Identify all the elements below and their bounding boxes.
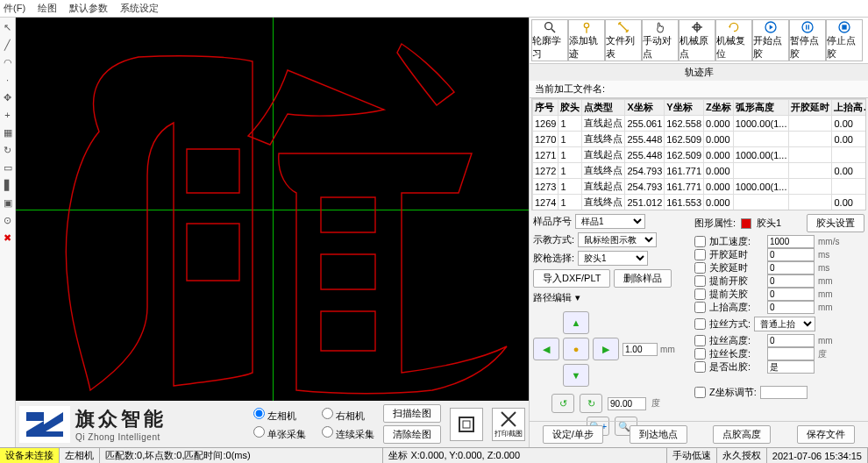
table-row[interactable]: 12731直线起点254.793161.7710.0001000.00(1...	[533, 179, 867, 195]
rot-input[interactable]	[608, 397, 646, 410]
left-tools: ↖ ╱ ◠ · ✥ + ▦ ↻ ▭ ▋ ▣ ⊙ ✖	[0, 18, 16, 447]
svg-line-3	[551, 29, 555, 32]
status-auth: 永久授权	[717, 448, 767, 463]
svg-rect-16	[842, 25, 846, 29]
rot-cw-button[interactable]: ↻	[580, 394, 602, 413]
current-file-label: 当前加工文件名:	[530, 81, 868, 98]
delete-sample-button[interactable]: 删除样品	[614, 269, 672, 288]
menu-system[interactable]: 系统设定	[120, 2, 159, 15]
logo-mark	[19, 406, 70, 443]
color-swatch	[741, 218, 751, 229]
canvas[interactable]	[16, 18, 529, 401]
status-coord: 坐标 X:0.000, Y:0.000, Z:0.000	[383, 448, 666, 463]
step-input[interactable]	[623, 343, 658, 356]
canvas-wrap: 旗众智能 Qi Zhong Intelligent 左相机 单张采集 右相机 连…	[16, 18, 529, 447]
tool-arc-icon[interactable]: ◠	[2, 56, 14, 68]
rot-ccw-button[interactable]: ↺	[551, 394, 574, 413]
arrow-pad: ▲ ◀●▶ ▼	[533, 311, 619, 387]
svg-rect-1	[463, 421, 470, 428]
canvas-bottom: 旗众智能 Qi Zhong Intelligent 左相机 单张采集 右相机 连…	[16, 401, 529, 447]
svg-rect-13	[806, 25, 807, 29]
start-button[interactable]: 开始点胶	[752, 19, 789, 61]
scan-draw-button[interactable]: 扫描绘图	[383, 404, 441, 423]
file-list-button[interactable]: 文件列表	[605, 19, 642, 61]
tool-line-icon[interactable]: ╱	[2, 39, 14, 51]
cut-button[interactable]: 打印截图	[492, 408, 525, 441]
machine-reset-button[interactable]: 机械复位	[715, 19, 752, 61]
tool-x-icon[interactable]: ✖	[2, 232, 14, 244]
logo-cn: 旗众智能	[75, 406, 167, 432]
tool-dot-icon[interactable]: ·	[2, 74, 14, 86]
outline-learn-button[interactable]: 轮廓学习	[531, 19, 568, 61]
right-pane: 轮廓学习添加轨迹文件列表手动对点机械原点机械复位开始点胶暂停点胶停止点胶 轨迹库…	[529, 18, 868, 447]
tool-sq-icon[interactable]: ▭	[2, 161, 14, 174]
machine-origin-button[interactable]: 机械原点	[679, 19, 715, 61]
add-path-button[interactable]: 添加轨迹	[568, 19, 605, 61]
toolbar: 轮廓学习添加轨迹文件列表手动对点机械原点机械复位开始点胶暂停点胶停止点胶	[530, 18, 868, 64]
pull-mode-select[interactable]: 普通上抬	[754, 317, 815, 331]
status-time: 2021-07-06 15:34:15	[767, 448, 868, 463]
status-bar: 设备未连接 左相机 匹配数:0,坏点数:0,匹配时间:0(ms) 坐标 X:0.…	[0, 447, 868, 463]
table-row[interactable]: 12701直线终点255.448162.5090.0000.00	[533, 132, 867, 147]
grid-align-button[interactable]	[450, 408, 483, 441]
tool-arrow-icon[interactable]: ↖	[2, 21, 14, 33]
svg-point-4	[584, 23, 588, 27]
menu-file[interactable]: 件(F)	[4, 2, 25, 15]
tool-arc2-icon[interactable]: ⊙	[2, 214, 14, 226]
menu-default[interactable]: 默认参数	[69, 2, 108, 15]
drawing	[16, 18, 529, 401]
table-row[interactable]: 12741直线终点251.012161.5530.0000.00	[533, 195, 867, 210]
status-cam: 左相机	[60, 448, 100, 463]
up-button[interactable]: ▲	[563, 311, 589, 334]
teach-select[interactable]: 鼠标绘图示教	[578, 232, 657, 247]
head-settings-button[interactable]: 胶头设置	[807, 214, 864, 232]
glue-select[interactable]: 胶头1	[578, 251, 648, 266]
logo: 旗众智能 Qi Zhong Intelligent	[19, 406, 238, 443]
main: ↖ ╱ ◠ · ✥ + ▦ ↻ ▭ ▋ ▣ ⊙ ✖	[0, 18, 868, 447]
table-row[interactable]: 12711直线起点255.448162.5090.0001000.00(1...	[533, 147, 867, 163]
left-button[interactable]: ◀	[533, 338, 559, 360]
status-conn: 设备未连接	[0, 448, 60, 463]
table-row[interactable]: 12721直线终点254.793161.7710.0000.00	[533, 163, 867, 179]
logo-en: Qi Zhong Intelligent	[75, 432, 167, 442]
table-row[interactable]: 12691直线起点255.061162.5580.0001000.00(1...…	[533, 116, 867, 132]
tool-grid-icon[interactable]: ▦	[2, 126, 14, 139]
svg-marker-11	[770, 25, 773, 29]
svg-point-12	[802, 22, 813, 32]
form-left: 样品序号样品1 示教方式:鼠标绘图示教 胶枪选择:胶头1 导入DXF/PLT删除…	[533, 214, 691, 417]
radio-left-cam[interactable]: 左相机	[253, 408, 306, 423]
center-button[interactable]: ●	[563, 338, 589, 360]
pause-button[interactable]: 暂停点胶	[789, 19, 826, 61]
save-file-button[interactable]: 保存文件	[797, 425, 855, 444]
clear-draw-button[interactable]: 清除绘图	[383, 425, 441, 444]
tool-bar-icon[interactable]: ▋	[2, 179, 14, 191]
radio-single[interactable]: 单张采集	[253, 426, 306, 441]
stop-button[interactable]: 停止点胶	[826, 19, 863, 61]
svg-point-2	[545, 23, 552, 30]
radio-cont[interactable]: 连续采集	[322, 426, 374, 441]
goto-button[interactable]: 到达地点	[630, 425, 687, 444]
tool-plus-icon[interactable]: +	[2, 109, 14, 121]
svg-rect-14	[808, 25, 809, 29]
lib-title: 轨迹库	[530, 64, 868, 81]
tool-rot-icon[interactable]: ↻	[2, 144, 14, 156]
right-button[interactable]: ▶	[593, 338, 619, 360]
down-button[interactable]: ▼	[563, 364, 589, 387]
radio-right-cam[interactable]: 右相机	[322, 408, 374, 423]
status-match: 匹配数:0,坏点数:0,匹配时间:0(ms)	[100, 448, 383, 463]
manual-point-button[interactable]: 手动对点	[642, 19, 679, 61]
svg-marker-9	[729, 26, 731, 29]
tool-img-icon[interactable]: ▣	[2, 196, 14, 209]
z-adjust-check[interactable]	[694, 387, 706, 398]
glue-height-button[interactable]: 点胶高度	[713, 425, 771, 444]
form-right: 图形属性:胶头1胶头设置 加工速度:mm/s开胶延时ms关胶延时ms提前开胶mm…	[694, 214, 864, 417]
tool-move-icon[interactable]: ✥	[2, 91, 14, 103]
menu-draw[interactable]: 绘图	[38, 2, 57, 15]
z-adjust-input[interactable]	[760, 386, 808, 399]
set-step-button[interactable]: 设定/单步	[543, 425, 603, 444]
import-button[interactable]: 导入DXF/PLT	[533, 269, 610, 288]
bottom-buttons: 设定/单步 到达地点 点胶高度 保存文件	[530, 421, 868, 447]
sample-select[interactable]: 样品1	[575, 214, 645, 229]
path-table[interactable]: 序号胶头点类型X坐标Y坐标Z坐标弧形高度开胶延时上抬高…12691直线起点255…	[531, 98, 866, 210]
pull-mode-check[interactable]	[694, 318, 706, 330]
